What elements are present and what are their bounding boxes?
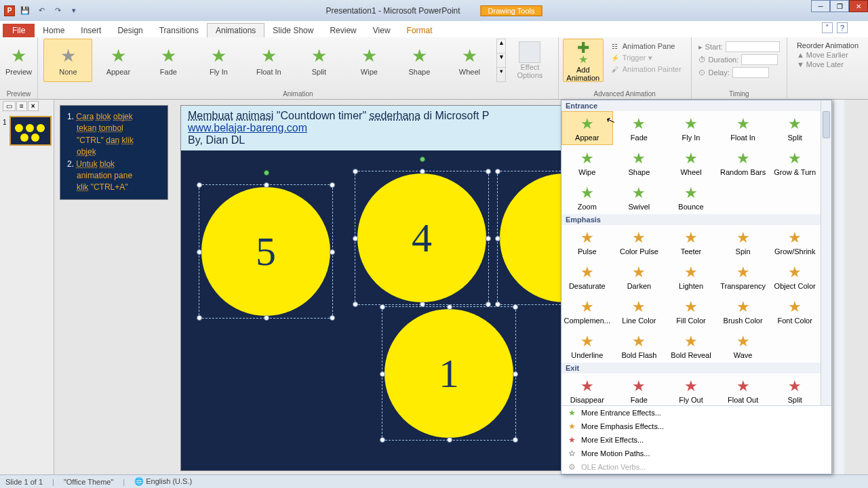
delay-input[interactable] <box>732 67 769 78</box>
slide-title-box[interactable]: Membuat animasi "Countdown timer" sederh… <box>181 106 611 150</box>
slide-canvas[interactable]: Membuat animasi "Countdown timer" sederh… <box>180 105 612 471</box>
tab-design[interactable]: Design <box>109 24 151 37</box>
more-exit-effects[interactable]: ★More Exit Effects... <box>561 433 831 447</box>
close-button[interactable]: ✕ <box>849 0 868 12</box>
ribbon-tabs: File Home Insert Design Transitions Anim… <box>0 21 868 37</box>
anim-shape[interactable]: ★Shape <box>395 39 443 82</box>
gallery-item-fill-color[interactable]: ★Fill Color <box>665 294 717 328</box>
group-advanced-label: Advanced Animation <box>563 90 687 98</box>
thumb-tab-slides[interactable]: ▭ <box>3 101 16 111</box>
trigger-button[interactable]: ⚡Trigger ▾ <box>610 53 682 62</box>
tab-insert[interactable]: Insert <box>73 24 109 37</box>
save-icon[interactable]: 💾 <box>19 5 31 17</box>
anim-wheel[interactable]: ★Wheel <box>445 39 494 82</box>
tab-format[interactable]: Format <box>399 24 441 37</box>
gallery-item-bounce[interactable]: ★Bounce <box>665 180 717 214</box>
redo-icon[interactable]: ↷ <box>52 5 64 17</box>
gallery-item-grow-turn[interactable]: ★Grow & Turn <box>769 146 821 180</box>
effect-options-button: Effect Options <box>507 39 552 82</box>
gallery-item-darken[interactable]: ★Darken <box>614 260 665 293</box>
gallery-item-shape[interactable]: ★Shape <box>614 146 665 180</box>
tab-view[interactable]: View <box>365 24 399 37</box>
gallery-item-desaturate[interactable]: ★Desaturate <box>561 260 613 293</box>
minimize-ribbon-icon[interactable]: ˄ <box>822 22 833 33</box>
slide-thumbnail-panel: ▭ ≡ × 1 <box>0 100 54 474</box>
preview-button[interactable]: ★ Preview <box>3 39 35 82</box>
gallery-more-icon[interactable]: ▾ <box>497 67 505 81</box>
gallery-item-complemen-[interactable]: ★Complemen... <box>561 294 613 328</box>
undo-icon[interactable]: ↶ <box>35 5 47 17</box>
anim-floatin[interactable]: ★Float In <box>244 39 293 82</box>
gallery-item-fly-out[interactable]: ★Fly Out <box>665 373 717 407</box>
ribbon: ★ Preview Preview ★None ★Appear ★Fade ★F… <box>0 37 868 100</box>
gallery-down-icon[interactable]: ▼ <box>497 53 505 67</box>
anim-fade[interactable]: ★Fade <box>144 39 193 82</box>
gallery-item-color-pulse[interactable]: ★Color Pulse <box>614 225 665 259</box>
gallery-item-split[interactable]: ★Split <box>769 111 821 145</box>
slide-thumbnail-1[interactable] <box>9 116 52 146</box>
tab-slideshow[interactable]: Slide Show <box>264 24 321 37</box>
tab-home[interactable]: Home <box>35 24 73 37</box>
gallery-item-underline[interactable]: ★Underline <box>561 329 613 363</box>
instructions-textbox[interactable]: 1. Cara blok objek tekan tombol "CTRL" d… <box>60 105 168 200</box>
restore-button[interactable]: ❐ <box>830 0 849 12</box>
anim-appear[interactable]: ★Appear <box>94 39 142 82</box>
thumb-close-icon[interactable]: × <box>28 101 39 111</box>
gallery-item-fade[interactable]: ★Fade <box>614 111 665 145</box>
more-motion-paths[interactable]: ☆More Motion Paths... <box>561 447 831 460</box>
delay-label: Delay: <box>709 68 730 77</box>
gallery-item-brush-color[interactable]: ★Brush Color <box>717 294 769 328</box>
gallery-item-fade[interactable]: ★Fade <box>614 373 665 407</box>
gallery-item-teeter[interactable]: ★Teeter <box>665 225 717 259</box>
thumb-tab-outline[interactable]: ≡ <box>16 101 27 111</box>
more-entrance-effects[interactable]: ★More Entrance Effects... <box>561 406 831 420</box>
reorder-label: Reorder Animation <box>797 41 859 49</box>
gallery-item-spin[interactable]: ★Spin <box>717 225 769 259</box>
add-animation-button[interactable]: ✚ ★ Add Animation <box>563 39 604 82</box>
group-preview-label: Preview <box>4 90 33 98</box>
anim-wipe[interactable]: ★Wipe <box>344 39 393 82</box>
duration-input[interactable] <box>741 54 778 65</box>
help-icon[interactable]: ? <box>837 22 848 33</box>
gallery-item-random-bars[interactable]: ★Random Bars <box>717 146 769 180</box>
gallery-item-wheel[interactable]: ★Wheel <box>665 146 717 180</box>
gallery-item-bold-reveal[interactable]: ★Bold Reveal <box>665 329 717 363</box>
file-tab[interactable]: File <box>3 24 35 37</box>
gallery-item-split[interactable]: ★Split <box>769 373 821 407</box>
tab-animations[interactable]: Animations <box>207 23 264 37</box>
gallery-item-wipe[interactable]: ★Wipe <box>561 146 613 180</box>
gallery-item-object-color[interactable]: ★Object Color <box>769 260 821 293</box>
group-animation-label: Animation <box>42 90 554 98</box>
gallery-item-lighten[interactable]: ★Lighten <box>665 260 717 293</box>
tab-transitions[interactable]: Transitions <box>151 24 207 37</box>
anim-flyin[interactable]: ★Fly In <box>194 39 243 82</box>
slide-link[interactable]: www.belajar-bareng.com <box>188 122 604 134</box>
gallery-item-pulse[interactable]: ★Pulse <box>561 225 613 259</box>
gallery-item-zoom[interactable]: ★Zoom <box>561 180 613 214</box>
tab-review[interactable]: Review <box>321 24 364 37</box>
ole-action-verbs: ⚙OLE Action Verbs... <box>561 460 831 474</box>
gallery-item-transparency[interactable]: ★Transparency <box>717 260 769 293</box>
status-language[interactable]: 🌐 English (U.S.) <box>134 477 192 486</box>
status-slide-count: Slide 1 of 1 <box>5 478 43 486</box>
anim-none[interactable]: ★None <box>43 39 92 82</box>
more-emphasis-effects[interactable]: ★More Emphasis Effects... <box>561 420 831 433</box>
minimize-button[interactable]: ─ <box>811 0 830 12</box>
gallery-item-grow-shrink[interactable]: ★Grow/Shrink <box>769 225 821 259</box>
gallery-item-font-color[interactable]: ★Font Color <box>769 294 821 328</box>
vertical-scrollbar[interactable] <box>833 100 844 474</box>
qat-more-icon[interactable]: ▾ <box>68 5 80 17</box>
gallery-item-float-out[interactable]: ★Float Out <box>717 373 769 407</box>
gallery-scrollbar[interactable] <box>821 100 831 407</box>
gallery-item-bold-flash[interactable]: ★Bold Flash <box>614 329 665 363</box>
gallery-item-fly-in[interactable]: ★Fly In <box>665 111 717 145</box>
gallery-item-wave[interactable]: ★Wave <box>717 329 769 363</box>
gallery-item-line-color[interactable]: ★Line Color <box>614 294 665 328</box>
gallery-up-icon[interactable]: ▲ <box>497 39 505 53</box>
animation-pane-button[interactable]: ☷Animation Pane <box>610 41 682 51</box>
gallery-item-disappear[interactable]: ★Disappear <box>561 373 613 407</box>
gallery-item-float-in[interactable]: ★Float In <box>717 111 769 145</box>
gallery-item-swivel[interactable]: ★Swivel <box>614 180 665 214</box>
start-select[interactable] <box>726 41 780 52</box>
anim-split[interactable]: ★Split <box>294 39 343 82</box>
